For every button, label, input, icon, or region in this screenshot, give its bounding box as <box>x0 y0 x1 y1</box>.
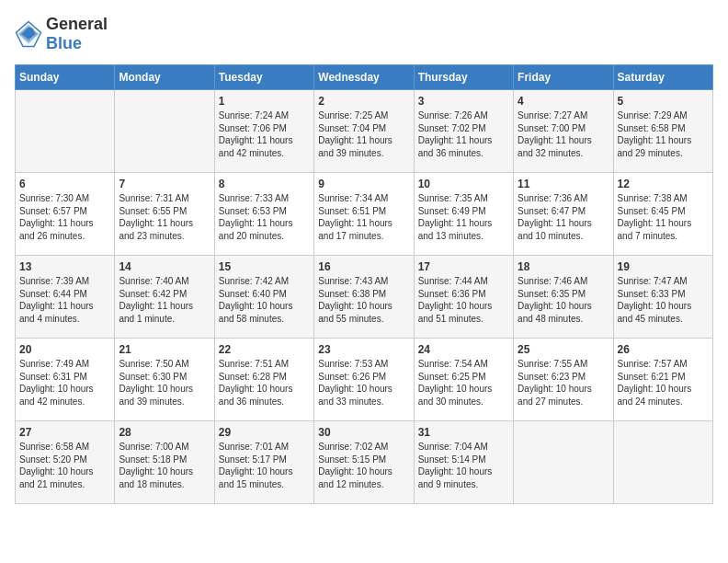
calendar-cell: 23Sunrise: 7:53 AM Sunset: 6:26 PM Dayli… <box>314 339 414 421</box>
calendar-cell: 10Sunrise: 7:35 AM Sunset: 6:49 PM Dayli… <box>414 173 513 256</box>
day-content: Sunrise: 6:58 AM Sunset: 5:20 PM Dayligh… <box>19 441 110 490</box>
calendar-row-3: 13Sunrise: 7:39 AM Sunset: 6:44 PM Dayli… <box>16 256 713 339</box>
day-number: 1 <box>219 95 310 108</box>
day-number: 21 <box>119 343 210 356</box>
weekday-header-friday: Friday <box>514 65 613 90</box>
day-content: Sunrise: 7:02 AM Sunset: 5:15 PM Dayligh… <box>318 441 409 490</box>
calendar-cell: 19Sunrise: 7:47 AM Sunset: 6:33 PM Dayli… <box>613 256 712 339</box>
calendar-row-4: 20Sunrise: 7:49 AM Sunset: 6:31 PM Dayli… <box>16 339 713 421</box>
weekday-header-saturday: Saturday <box>613 65 712 90</box>
day-content: Sunrise: 7:47 AM Sunset: 6:33 PM Dayligh… <box>618 275 709 325</box>
day-number: 12 <box>618 178 709 190</box>
logo-icon <box>15 20 42 48</box>
calendar-cell: 8Sunrise: 7:33 AM Sunset: 6:53 PM Daylig… <box>214 173 313 256</box>
day-content: Sunrise: 7:55 AM Sunset: 6:23 PM Dayligh… <box>518 358 609 408</box>
day-content: Sunrise: 7:40 AM Sunset: 6:42 PM Dayligh… <box>119 275 210 325</box>
day-number: 25 <box>518 343 609 356</box>
logo-general-text: General <box>46 15 108 33</box>
calendar-cell: 14Sunrise: 7:40 AM Sunset: 6:42 PM Dayli… <box>115 256 214 339</box>
day-number: 24 <box>418 343 509 356</box>
day-content: Sunrise: 7:01 AM Sunset: 5:17 PM Dayligh… <box>219 441 310 490</box>
calendar-cell: 21Sunrise: 7:50 AM Sunset: 6:30 PM Dayli… <box>115 339 214 421</box>
day-content: Sunrise: 7:43 AM Sunset: 6:38 PM Dayligh… <box>318 275 409 325</box>
calendar-cell: 12Sunrise: 7:38 AM Sunset: 6:45 PM Dayli… <box>613 173 712 256</box>
day-number: 15 <box>219 260 310 273</box>
day-content: Sunrise: 7:36 AM Sunset: 6:47 PM Dayligh… <box>518 192 609 242</box>
weekday-header-monday: Monday <box>115 65 214 90</box>
calendar-cell: 26Sunrise: 7:57 AM Sunset: 6:21 PM Dayli… <box>613 339 712 421</box>
page-header: General Blue <box>15 15 713 53</box>
day-content: Sunrise: 7:57 AM Sunset: 6:21 PM Dayligh… <box>618 358 709 408</box>
calendar-cell: 9Sunrise: 7:34 AM Sunset: 6:51 PM Daylig… <box>314 173 414 256</box>
day-number: 28 <box>119 426 210 439</box>
day-content: Sunrise: 7:42 AM Sunset: 6:40 PM Dayligh… <box>219 275 310 325</box>
day-number: 31 <box>418 426 509 439</box>
weekday-header-sunday: Sunday <box>16 65 115 90</box>
day-number: 6 <box>19 178 110 190</box>
calendar-cell: 18Sunrise: 7:46 AM Sunset: 6:35 PM Dayli… <box>514 256 613 339</box>
day-number: 4 <box>518 95 609 108</box>
day-content: Sunrise: 7:46 AM Sunset: 6:35 PM Dayligh… <box>518 275 609 325</box>
calendar-row-5: 27Sunrise: 6:58 AM Sunset: 5:20 PM Dayli… <box>16 421 713 504</box>
day-content: Sunrise: 7:00 AM Sunset: 5:18 PM Dayligh… <box>119 441 210 490</box>
calendar-cell: 3Sunrise: 7:26 AM Sunset: 7:02 PM Daylig… <box>414 90 513 173</box>
calendar-cell <box>613 421 712 504</box>
calendar-cell <box>115 90 214 173</box>
logo: General Blue <box>15 15 108 53</box>
calendar-cell: 27Sunrise: 6:58 AM Sunset: 5:20 PM Dayli… <box>16 421 115 504</box>
calendar-cell: 1Sunrise: 7:24 AM Sunset: 7:06 PM Daylig… <box>214 90 313 173</box>
calendar-cell: 24Sunrise: 7:54 AM Sunset: 6:25 PM Dayli… <box>414 339 513 421</box>
day-number: 2 <box>318 95 409 108</box>
day-number: 26 <box>618 343 709 356</box>
calendar-row-1: 1Sunrise: 7:24 AM Sunset: 7:06 PM Daylig… <box>16 90 713 173</box>
calendar-cell: 16Sunrise: 7:43 AM Sunset: 6:38 PM Dayli… <box>314 256 414 339</box>
day-number: 10 <box>418 178 509 190</box>
calendar-cell: 7Sunrise: 7:31 AM Sunset: 6:55 PM Daylig… <box>115 173 214 256</box>
day-content: Sunrise: 7:39 AM Sunset: 6:44 PM Dayligh… <box>19 275 110 325</box>
calendar-cell: 4Sunrise: 7:27 AM Sunset: 7:00 PM Daylig… <box>514 90 613 173</box>
day-number: 14 <box>119 260 210 273</box>
day-number: 29 <box>219 426 310 439</box>
calendar-cell <box>514 421 613 504</box>
day-number: 5 <box>618 95 709 108</box>
day-content: Sunrise: 7:44 AM Sunset: 6:36 PM Dayligh… <box>418 275 509 325</box>
weekday-header-wednesday: Wednesday <box>314 65 414 90</box>
calendar-cell <box>16 90 115 173</box>
day-number: 3 <box>418 95 509 108</box>
day-number: 30 <box>318 426 409 439</box>
calendar-cell: 20Sunrise: 7:49 AM Sunset: 6:31 PM Dayli… <box>16 339 115 421</box>
logo-blue-text: Blue <box>46 34 82 52</box>
calendar-table: SundayMondayTuesdayWednesdayThursdayFrid… <box>15 64 713 504</box>
day-content: Sunrise: 7:29 AM Sunset: 6:58 PM Dayligh… <box>618 109 709 159</box>
calendar-cell: 13Sunrise: 7:39 AM Sunset: 6:44 PM Dayli… <box>16 256 115 339</box>
day-content: Sunrise: 7:33 AM Sunset: 6:53 PM Dayligh… <box>219 192 310 242</box>
day-content: Sunrise: 7:50 AM Sunset: 6:30 PM Dayligh… <box>119 358 210 408</box>
day-content: Sunrise: 7:04 AM Sunset: 5:14 PM Dayligh… <box>418 441 509 490</box>
day-content: Sunrise: 7:53 AM Sunset: 6:26 PM Dayligh… <box>318 358 409 408</box>
calendar-cell: 28Sunrise: 7:00 AM Sunset: 5:18 PM Dayli… <box>115 421 214 504</box>
day-content: Sunrise: 7:38 AM Sunset: 6:45 PM Dayligh… <box>618 192 709 242</box>
day-number: 9 <box>318 178 409 190</box>
day-content: Sunrise: 7:27 AM Sunset: 7:00 PM Dayligh… <box>518 109 609 159</box>
calendar-cell: 2Sunrise: 7:25 AM Sunset: 7:04 PM Daylig… <box>314 90 414 173</box>
calendar-cell: 22Sunrise: 7:51 AM Sunset: 6:28 PM Dayli… <box>214 339 313 421</box>
calendar-cell: 30Sunrise: 7:02 AM Sunset: 5:15 PM Dayli… <box>314 421 414 504</box>
day-content: Sunrise: 7:26 AM Sunset: 7:02 PM Dayligh… <box>418 109 509 159</box>
day-content: Sunrise: 7:49 AM Sunset: 6:31 PM Dayligh… <box>19 358 110 408</box>
day-content: Sunrise: 7:34 AM Sunset: 6:51 PM Dayligh… <box>318 192 409 242</box>
day-number: 13 <box>19 260 110 273</box>
calendar-cell: 17Sunrise: 7:44 AM Sunset: 6:36 PM Dayli… <box>414 256 513 339</box>
weekday-header-thursday: Thursday <box>414 65 513 90</box>
calendar-cell: 25Sunrise: 7:55 AM Sunset: 6:23 PM Dayli… <box>514 339 613 421</box>
day-number: 7 <box>119 178 210 190</box>
day-number: 19 <box>618 260 709 273</box>
day-number: 11 <box>518 178 609 190</box>
day-number: 18 <box>518 260 609 273</box>
weekday-header-tuesday: Tuesday <box>214 65 313 90</box>
day-number: 27 <box>19 426 110 439</box>
calendar-cell: 11Sunrise: 7:36 AM Sunset: 6:47 PM Dayli… <box>514 173 613 256</box>
day-number: 8 <box>219 178 310 190</box>
calendar-cell: 15Sunrise: 7:42 AM Sunset: 6:40 PM Dayli… <box>214 256 313 339</box>
day-number: 20 <box>19 343 110 356</box>
calendar-row-2: 6Sunrise: 7:30 AM Sunset: 6:57 PM Daylig… <box>16 173 713 256</box>
